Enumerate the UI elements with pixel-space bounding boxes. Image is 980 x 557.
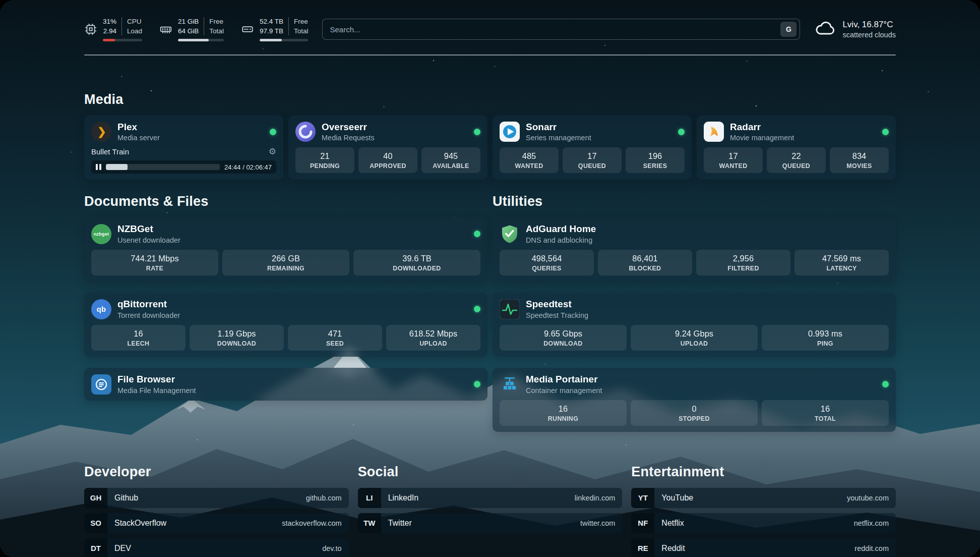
plex-player-bar: 24:44 / 02:06:47	[91, 160, 276, 174]
disk-meter-fill	[260, 39, 282, 41]
stat-box: 16 TOTAL	[762, 400, 889, 426]
bookmark-twitter[interactable]: TW Twitter twitter.com	[358, 513, 623, 533]
netflix-icon: NF	[631, 513, 654, 533]
app-description: Torrent downloader	[117, 311, 180, 319]
stat-value: 16	[502, 404, 625, 414]
twitter-icon: TW	[358, 513, 381, 533]
search-input[interactable]	[330, 25, 780, 34]
app-name: Radarr	[730, 122, 794, 133]
playback-progress-fill	[106, 164, 128, 170]
stat-label: QUERIES	[502, 265, 592, 272]
ram-total-label: Total	[209, 27, 224, 36]
header-divider	[84, 54, 896, 55]
bookmark-linkedin[interactable]: LI LinkedIn linkedin.com	[358, 488, 623, 508]
app-description: Usenet downloader	[117, 236, 180, 244]
stat-box: 945 AVAILABLE	[421, 147, 480, 173]
stat-box: 47.569 ms LATENCY	[794, 250, 889, 275]
bookmark-name: StackOverflow	[114, 519, 166, 528]
stat-box: 17 WANTED	[704, 147, 763, 173]
cloud-icon	[814, 17, 836, 41]
youtube-icon: YT	[631, 488, 654, 508]
stat-box: 744.21 Mbps RATE	[91, 250, 218, 275]
app-card-plex[interactable]: ❯ Plex Media server Bullet Train ⚙	[84, 116, 283, 180]
bookmark-github[interactable]: GH Github github.com	[84, 488, 349, 508]
bookmark-url: linkedin.com	[575, 494, 616, 502]
app-card-portainer[interactable]: Media Portainer Container management 16 …	[493, 368, 896, 432]
app-card-adguard[interactable]: AdGuard Home DNS and adblocking 498,564 …	[493, 217, 896, 282]
stat-value: 196	[628, 151, 683, 161]
dashboard-page: 31% 2.94 CPU Load	[0, 0, 980, 557]
plex-icon: ❯	[91, 122, 111, 142]
stat-label: APPROVED	[360, 162, 415, 170]
cpu-meter	[103, 39, 142, 41]
app-name: File Browser	[117, 374, 196, 385]
section-title-entertainment: Entertainment	[631, 464, 896, 480]
app-description: Series management	[526, 134, 591, 142]
section-entertainment: Entertainment YT YouTube youtube.com NF …	[631, 464, 896, 557]
app-card-sonarr[interactable]: Sonarr Series management 485 WANTED 17 Q…	[493, 116, 692, 180]
settings-gear-icon[interactable]: ⚙	[269, 147, 276, 156]
app-card-qbittorrent[interactable]: qb qBittorrent Torrent downloader 16	[84, 293, 487, 357]
stat-box: 39.6 TB DOWNLOADED	[353, 250, 480, 275]
stat-box: 9.24 Gbps UPLOAD	[631, 325, 758, 351]
bookmark-netflix[interactable]: NF Netflix netflix.com	[631, 513, 896, 533]
bookmark-url: dev.to	[322, 544, 341, 552]
app-card-speedtest[interactable]: Speedtest Speedtest Tracking 9.65 Gbps D…	[493, 293, 896, 357]
cpu-percent: 31%	[103, 17, 116, 26]
qbittorrent-icon: qb	[91, 299, 111, 319]
stat-box: 22 QUEUED	[767, 147, 826, 173]
stat-box: 498,564 QUERIES	[500, 250, 594, 275]
disk-meter	[260, 39, 309, 41]
bookmark-name: Github	[114, 493, 138, 503]
section-utilities: Utilities	[493, 194, 896, 432]
portainer-icon	[500, 374, 520, 395]
ram-free-value: 21 GiB	[178, 17, 199, 26]
reddit-icon: RE	[631, 538, 654, 557]
playback-progress-track	[106, 164, 220, 170]
bookmark-name: Twitter	[388, 519, 412, 528]
disk-free-label: Free	[294, 17, 308, 26]
bookmark-dev[interactable]: DT DEV dev.to	[84, 538, 349, 557]
stat-box: 9.65 Gbps DOWNLOAD	[500, 325, 627, 351]
stat-value: 498,564	[502, 254, 592, 263]
stat-label: SEED	[290, 340, 380, 347]
bookmark-youtube[interactable]: YT YouTube youtube.com	[631, 488, 896, 508]
app-description: Container management	[526, 386, 602, 395]
stat-label: PENDING	[297, 162, 352, 170]
app-card-nzbget[interactable]: nzbget NZBGet Usenet downloader 744.21 M…	[84, 217, 487, 282]
bookmark-url: github.com	[306, 494, 342, 502]
stat-box: 86,401 BLOCKED	[598, 250, 692, 275]
section-title-media: Media	[84, 92, 896, 107]
stat-label: UPLOAD	[633, 340, 756, 347]
stat-label: BLOCKED	[600, 265, 690, 272]
search-engine-button[interactable]: G	[780, 22, 797, 37]
app-card-overseerr[interactable]: Overseerr Media Requests 21 PENDING 40 A…	[288, 116, 487, 180]
disk-total-label: Total	[294, 27, 309, 36]
bookmark-reddit[interactable]: RE Reddit reddit.com	[631, 538, 896, 557]
bookmark-name: DEV	[114, 544, 131, 553]
radarr-icon	[704, 122, 724, 142]
disk-free-value: 52.4 TB	[260, 17, 283, 26]
search-bar[interactable]: G	[322, 19, 800, 40]
ram-meter-fill	[178, 39, 209, 41]
cpu-widget: 31% 2.94 CPU Load	[84, 17, 142, 41]
pause-icon[interactable]	[96, 164, 101, 170]
stat-label: AVAILABLE	[423, 162, 478, 170]
stat-value: 266 GB	[224, 254, 347, 263]
stat-value: 40	[360, 151, 415, 161]
stat-value: 485	[502, 151, 557, 161]
app-card-radarr[interactable]: Radarr Movie management 17 WANTED 22 QUE…	[697, 116, 896, 180]
disk-widget: 52.4 TB 97.9 TB Free Total	[241, 17, 309, 41]
cpu-icon	[84, 23, 97, 36]
bookmark-stackoverflow[interactable]: SO StackOverflow stackoverflow.com	[84, 513, 349, 533]
filebrowser-icon	[91, 374, 111, 395]
app-card-filebrowser[interactable]: File Browser Media File Management	[84, 368, 487, 401]
stat-value: 21	[297, 151, 352, 161]
stat-label: RATE	[93, 265, 216, 272]
app-name: Sonarr	[526, 122, 591, 133]
bookmark-url: stackoverflow.com	[282, 519, 341, 527]
stat-label: DOWNLOAD	[502, 340, 625, 347]
stat-label: FILTERED	[698, 265, 788, 272]
stat-value: 22	[769, 151, 824, 161]
app-name: Media Portainer	[526, 374, 602, 385]
